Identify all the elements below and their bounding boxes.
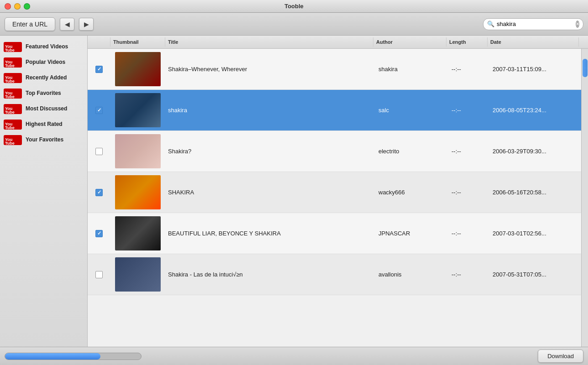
cell-date: 2007-03-01T02:56... [490,228,581,239]
sidebar-item-popular[interactable]: YouTubePopular Videos [0,55,87,70]
youtube-logo-icon: YouTube [4,42,22,52]
th-author: Author [373,37,446,47]
th-scroll-spacer [579,37,588,47]
sidebar-item-your-favorites[interactable]: YouTubeYour Favorites [0,132,87,148]
video-title: Shakira - Las de la intuci√≥n [168,271,243,278]
svg-text:Tube: Tube [5,110,15,114]
video-title: shakira [168,107,187,114]
checkbox-row-4[interactable] [95,189,103,196]
checkbox-row-1[interactable] [95,66,103,73]
table-row[interactable]: Shakira?electrito--:--2006-03-29T09:30..… [88,131,581,172]
svg-text:Tube: Tube [5,94,15,99]
content-area: Thumbnail Title Author Length Date Shaki… [88,36,588,347]
video-author: wacky666 [378,189,405,196]
sidebar-item-featured[interactable]: YouTubeFeatured Videos [0,39,87,55]
video-thumbnail [115,216,161,250]
cell-checkbox [88,105,110,116]
progress-bar-fill [5,353,100,360]
video-date: 2007-05-31T07:05... [493,271,546,278]
cell-author: wacky666 [376,187,449,198]
table-row[interactable]: Shakira - Las de la intuci√≥navallonis--… [88,254,581,295]
cell-length: --:-- [449,269,490,280]
youtube-logo-icon: YouTube [4,89,22,99]
video-author: salc [378,107,389,114]
cell-checkbox [88,187,110,198]
video-date: 2007-03-01T02:56... [493,230,546,237]
video-thumbnail [115,134,161,168]
app-title: Tooble [284,3,304,10]
scrollbar-thumb[interactable] [583,59,588,77]
bottom-bar: Download [0,347,588,365]
forward-button[interactable]: ▶ [79,18,94,31]
cell-thumbnail [110,256,165,293]
th-length: Length [446,37,488,47]
cell-title: shakira [165,105,376,115]
video-title: Shakira–Whenever, Wherever [168,66,247,73]
youtube-logo-icon: YouTube [4,73,22,83]
video-date: 2007-03-11T15:09... [493,66,546,73]
cell-thumbnail [110,132,165,170]
video-length: --:-- [452,271,461,278]
svg-text:Tube: Tube [5,125,15,130]
cell-author: salc [376,105,449,115]
checkbox-row-3[interactable] [95,148,103,155]
th-title: Title [165,37,373,47]
search-input[interactable] [497,21,573,27]
maximize-button[interactable] [24,3,30,10]
cell-thumbnail [110,50,165,88]
minimize-button[interactable] [14,3,21,10]
svg-text:Tube: Tube [5,141,15,145]
cell-author: shakira [376,64,449,74]
table-scroll-area: Shakira–Whenever, Wherevershakira--:--20… [88,49,588,347]
video-thumbnail [115,175,161,209]
checkbox-row-2[interactable] [95,107,103,114]
checkbox-row-6[interactable] [95,271,103,278]
sidebar-item-recently-added[interactable]: YouTubeRecently Added [0,70,87,86]
video-title: SHAKIRA [168,189,194,196]
cell-date: 2007-03-11T15:09... [490,64,581,74]
video-length: --:-- [452,148,461,155]
checkbox-row-5[interactable] [95,230,103,237]
sidebar-item-highest-rated[interactable]: YouTubeHighest Rated [0,117,87,132]
th-date: Date [488,37,579,47]
sidebar-label-recently-added: Recently Added [26,74,67,82]
video-thumbnail [115,52,161,86]
video-thumbnail [115,257,161,292]
cell-thumbnail [110,214,165,252]
cell-length: --:-- [449,146,490,156]
video-date: 2006-03-29T09:30... [493,148,546,155]
video-thumbnail [115,93,161,127]
download-button[interactable]: Download [538,349,583,363]
table-row[interactable]: SHAKIRAwacky666--:--2006-05-16T20:58... [88,172,581,213]
svg-text:Tube: Tube [5,79,15,83]
sidebar-label-your-favorites: Your Favorites [26,136,63,144]
sidebar-item-most-discussed[interactable]: YouTubeMost Discussed [0,101,87,117]
enter-url-button[interactable]: Enter a URL [5,17,55,31]
table-row[interactable]: shakirasalc--:--2006-08-05T23:24... [88,90,581,131]
back-button[interactable]: ◀ [60,18,74,31]
sidebar-item-top-favorites[interactable]: YouTubeTop Favorites [0,86,87,101]
cell-author: electrito [376,146,449,156]
video-length: --:-- [452,230,461,237]
video-author: JPNASCAR [378,230,410,237]
sidebar-label-top-favorites: Top Favorites [26,90,61,97]
table-row[interactable]: Shakira–Whenever, Wherevershakira--:--20… [88,49,581,90]
right-scrollbar[interactable] [581,49,588,347]
table-header: Thumbnail Title Author Length Date [88,36,588,49]
video-author: avallonis [378,271,402,278]
table-row[interactable]: BEAUTIFUL LIAR, BEYONCE Y SHAKIRAJPNASCA… [88,213,581,254]
cell-title: SHAKIRA [165,187,376,198]
youtube-logo-icon: YouTube [4,104,22,114]
sidebar: YouTubeFeatured VideosYouTubePopular Vid… [0,36,88,347]
cell-author: avallonis [376,269,449,280]
sidebar-label-most-discussed: Most Discussed [26,105,67,113]
cell-title: Shakira–Whenever, Wherever [165,64,376,74]
search-icon: 🔍 [487,21,494,27]
th-checkbox [88,37,110,47]
search-clear-button[interactable]: ✕ [576,21,579,28]
svg-text:Tube: Tube [5,63,15,68]
close-button[interactable] [5,3,11,10]
cell-date: 2006-05-16T20:58... [490,187,581,198]
cell-checkbox [88,64,110,75]
cell-title: BEAUTIFUL LIAR, BEYONCE Y SHAKIRA [165,228,376,239]
